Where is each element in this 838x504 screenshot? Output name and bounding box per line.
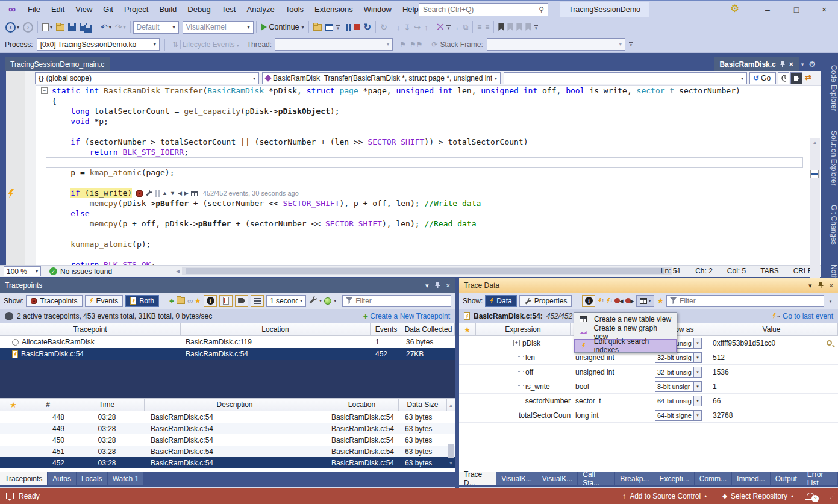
- menu-item-extensions[interactable]: Extensions: [309, 1, 358, 19]
- code-line[interactable]: void *p;: [0, 116, 811, 126]
- add-tracepoint-icon[interactable]: +: [169, 296, 174, 306]
- dropdown-arrow-icon[interactable]: ▾: [693, 382, 701, 391]
- live-status-led-icon[interactable]: [324, 297, 331, 305]
- dropdown-arrow-icon[interactable]: ▾: [693, 338, 701, 348]
- tab-list-dropdown-icon[interactable]: ▾: [799, 61, 809, 71]
- continue-button[interactable]: Continue▾: [259, 20, 306, 34]
- toggle-tags-button[interactable]: [235, 295, 248, 307]
- prev-event-button[interactable]: ◀: [614, 297, 623, 305]
- parallel-stacks-button[interactable]: ⤫▾: [436, 20, 454, 34]
- tab-trace-d-[interactable]: Trace D...: [459, 472, 496, 485]
- code-line[interactable]: long totalSectorCount = get_capacity(pDi…: [0, 106, 811, 116]
- stack-frame-dropdown[interactable]: ▾: [487, 38, 625, 51]
- side-tab-git-changes[interactable]: Git Changes: [821, 198, 838, 252]
- event-row[interactable]: 45003:28BasicRamDisk.c:54BasicRamDisk.c:…: [0, 434, 455, 446]
- code-line[interactable]: [0, 249, 811, 260]
- tracepoints-table-header[interactable]: TracepointLocationEventsData Collected: [0, 323, 455, 336]
- swap-view-icon[interactable]: ⇄: [805, 73, 811, 82]
- event-row[interactable]: 45103:28BasicRamDisk.c:54BasicRamDisk.c:…: [0, 446, 455, 457]
- save-button[interactable]: [66, 20, 78, 34]
- scroll-left-icon[interactable]: ◀: [175, 267, 181, 275]
- clear-bookmarks-button[interactable]: ▾: [524, 20, 542, 34]
- show-tracepoints-button[interactable]: Tracepoints: [26, 295, 82, 307]
- navigate-back-button[interactable]: ‹▾: [4, 20, 21, 34]
- tab-visualk-[interactable]: VisualK...: [537, 472, 578, 485]
- column-header-location[interactable]: Location: [181, 323, 371, 335]
- step-over-button[interactable]: ↧: [402, 20, 412, 34]
- navigate-forward-button[interactable]: ›: [21, 20, 35, 34]
- fold-toggle-icon[interactable]: −: [41, 87, 48, 94]
- tab-visualk-[interactable]: VisualK...: [496, 472, 537, 485]
- show-properties-button[interactable]: Properties: [519, 295, 572, 307]
- window-layout-button[interactable]: ▾: [324, 20, 344, 34]
- column-header-value[interactable]: Value: [705, 323, 838, 335]
- code-line[interactable]: [0, 157, 811, 167]
- process-dropdown[interactable]: [0x0] TracingSessionDemo.ko▾: [37, 38, 160, 51]
- toggle-document-button[interactable]: [219, 295, 233, 307]
- prev-event-up-icon[interactable]: ▲: [162, 188, 167, 199]
- tab-tracepoints[interactable]: Tracepoints: [0, 472, 48, 485]
- close-panel-icon[interactable]: ×: [830, 282, 833, 290]
- undo-button[interactable]: ↶▾: [99, 20, 113, 34]
- expression-row[interactable]: totalSectorCountlong int64-bit signe▾327…: [459, 408, 838, 423]
- redo-button[interactable]: ↷▾: [113, 20, 128, 34]
- new-view-dropdown-button[interactable]: ▾: [636, 295, 654, 307]
- events-table-header[interactable]: ▲ ★#TimeDescriptionLocationData Size: [0, 398, 455, 411]
- show-as-dropdown[interactable]: 8-bit unsigr▾: [655, 381, 702, 392]
- member-dropdown[interactable]: ▾: [504, 72, 747, 84]
- table-row[interactable]: AllocateBasicRamDiskBasicRamDisk.c:11913…: [0, 336, 455, 348]
- table-row[interactable]: BasicRamDisk.c:54BasicRamDisk.c:5445227K…: [0, 348, 455, 360]
- window-position-icon[interactable]: ▾: [808, 282, 812, 290]
- add-to-source-control-button[interactable]: ↑ Add to Source Control ▴: [622, 491, 707, 500]
- dropdown-arrow-icon[interactable]: ▾: [693, 411, 701, 420]
- pin-icon[interactable]: [780, 61, 786, 67]
- pause-icon[interactable]: [155, 190, 160, 197]
- wrench-icon[interactable]: [145, 188, 152, 199]
- menu-item-view[interactable]: View: [70, 1, 98, 19]
- event-row[interactable]: 44803:28BasicRamDisk.c:54BasicRamDisk.c:…: [0, 411, 455, 423]
- go-to-last-event-link[interactable]: → Go to last event: [772, 312, 833, 320]
- column-header-data-collected[interactable]: Data Collected: [402, 323, 455, 335]
- pin-icon[interactable]: [435, 282, 440, 288]
- events-favorite-column-header[interactable]: ★: [0, 399, 27, 411]
- tab-comm-[interactable]: Comm...: [695, 472, 732, 485]
- code-line[interactable]: [0, 229, 811, 239]
- code-line[interactable]: return BLK_STS_IOERR;: [0, 147, 811, 157]
- menu-item-edit-quick-search-indexes[interactable]: Edit quick search indexes: [574, 339, 677, 352]
- column-header-num[interactable]: #: [27, 399, 69, 411]
- tab-error-list[interactable]: Error List: [802, 472, 838, 485]
- code-line[interactable]: kunmap_atomic(p);: [0, 239, 811, 249]
- tab-autos[interactable]: Autos: [48, 472, 77, 485]
- trace-data-filter-input[interactable]: [680, 297, 821, 305]
- close-panel-icon[interactable]: ×: [446, 282, 450, 290]
- menu-item-debug[interactable]: Debug: [182, 1, 216, 19]
- tab-basicramdisk[interactable]: BasicRamDisk.c ×: [714, 57, 798, 71]
- tab-excepti-[interactable]: Excepti...: [654, 472, 694, 485]
- toggle-info-button[interactable]: i: [582, 295, 595, 307]
- trace-data-filter[interactable]: [666, 295, 824, 307]
- tracepoint-icon[interactable]: [136, 190, 143, 197]
- tabs-mode-indicator[interactable]: TABS: [760, 267, 778, 275]
- menu-item-git[interactable]: Git: [98, 1, 119, 19]
- code-line[interactable]: [0, 126, 811, 137]
- thread-dropdown[interactable]: ▾: [275, 38, 393, 51]
- editor-gear-icon[interactable]: ⚙: [808, 60, 821, 71]
- step-into-button[interactable]: ↓: [395, 20, 402, 34]
- trace-data-title-bar[interactable]: Trace Data ▾ ×: [459, 278, 838, 293]
- close-button[interactable]: ×: [814, 1, 834, 18]
- column-header-tracepoint[interactable]: Tracepoint: [0, 323, 181, 335]
- next-bookmark-button[interactable]: [514, 20, 524, 34]
- dropdown-arrow-icon[interactable]: ▾: [693, 367, 701, 377]
- tracepoints-title-bar[interactable]: Tracepoints ▾ ×: [0, 278, 455, 293]
- previous-bookmark-button[interactable]: [505, 20, 514, 34]
- step-forward-icon[interactable]: ▶: [184, 188, 189, 199]
- code-line[interactable]: −static int BasicRamDisk_Transfer(BasicR…: [0, 86, 811, 96]
- tab-watch-1[interactable]: Watch 1: [108, 472, 145, 485]
- menu-item-file[interactable]: File: [22, 1, 46, 19]
- menu-item-window[interactable]: Window: [358, 1, 397, 19]
- show-data-button[interactable]: Data: [485, 295, 516, 307]
- first-event-button[interactable]: ↑: [598, 298, 604, 303]
- tab-output[interactable]: Output: [771, 472, 802, 485]
- create-tracepoint-link[interactable]: + Create a New Tracepoint: [363, 311, 450, 321]
- favorites-icon[interactable]: ★: [657, 296, 664, 305]
